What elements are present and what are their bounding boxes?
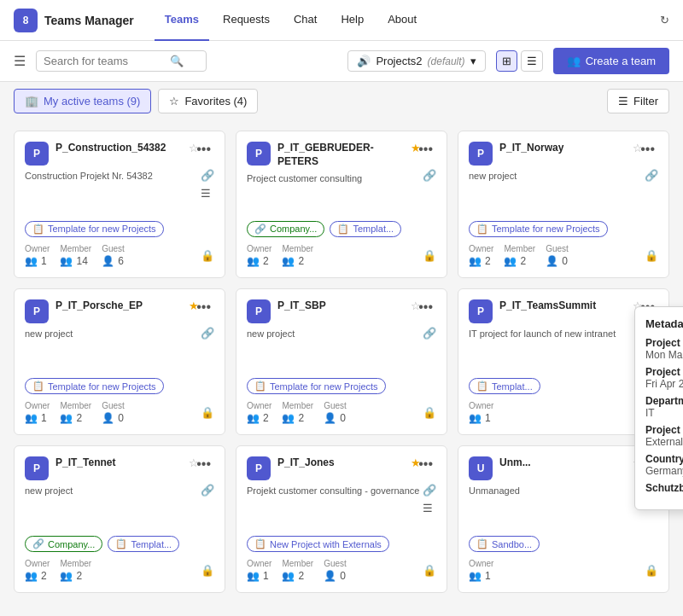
nav-help[interactable]: Help xyxy=(330,0,374,41)
favorite-star-icon[interactable]: ★ xyxy=(189,299,199,312)
favorite-star-icon[interactable]: ★ xyxy=(411,142,421,154)
owner-icon: 👥 xyxy=(469,570,482,582)
card-tag[interactable]: 📋 Templat... xyxy=(108,536,179,552)
guest-stat: Guest 👤6 xyxy=(102,244,125,267)
card-footer: Owner 👥1 Member 👥14 Guest 👤6 🔒 xyxy=(25,244,214,267)
tag-icon: 📋 xyxy=(254,381,266,392)
card-header: P P_IT_Jones ★ ••• xyxy=(247,456,436,480)
card-tag[interactable]: 📋 Template for new Projects xyxy=(25,221,164,237)
card-description: new project xyxy=(25,328,214,372)
card-description: Unmanaged xyxy=(469,485,658,529)
card-tags: 📋 Templat... xyxy=(469,378,658,394)
tag-icon: 📋 xyxy=(32,381,44,392)
create-team-button[interactable]: 👥 Create a team xyxy=(553,48,669,74)
member-icon: 👥 xyxy=(504,255,517,267)
member-stat: Member 👥2 xyxy=(282,559,313,582)
metadata-field: Department IT xyxy=(645,395,683,419)
card-icon: P xyxy=(469,299,493,323)
card-tags: 📋 Template for new Projects xyxy=(247,378,436,394)
member-stat: Member 👥14 xyxy=(60,244,91,267)
grid-view-button[interactable]: ⊞ xyxy=(496,50,517,72)
card-tag[interactable]: 📋 New Project with Externals xyxy=(247,536,389,552)
favorite-star-icon[interactable]: ☆ xyxy=(633,142,643,154)
card-tag[interactable]: 📋 Template for new Projects xyxy=(469,221,608,237)
nav-requests[interactable]: Requests xyxy=(213,0,280,41)
top-nav: 8 Teams Manager Teams Requests Chat Help… xyxy=(0,0,683,41)
share-icon[interactable]: 🔗 xyxy=(201,327,214,340)
favorites-tab[interactable]: ☆ Favorites (4) xyxy=(158,89,258,113)
member-stat: Member 👥2 xyxy=(60,559,91,582)
team-card-c6: P P_IT_TeamsSummit ☆ ••• IT project for … xyxy=(458,288,669,436)
nav-teams[interactable]: Teams xyxy=(155,0,209,41)
card-header: P P_IT_SBP ☆ ••• xyxy=(247,299,436,323)
lock-icon: 🔒 xyxy=(201,406,214,419)
owner-stat: Owner 👥2 xyxy=(25,559,50,582)
card-header: P P_IT_Norway ☆ ••• xyxy=(469,142,658,166)
favorite-star-icon[interactable]: ☆ xyxy=(411,299,421,312)
app-logo-icon: 8 xyxy=(14,9,38,32)
card-title: P_IT_GEBRUEDER-PETERS xyxy=(277,142,408,168)
filter-button[interactable]: ☰ Filter xyxy=(607,89,669,113)
share-icon[interactable]: 🔗 xyxy=(423,169,436,182)
lock-icon: 🔒 xyxy=(201,249,214,262)
card-title: P_Construction_54382 xyxy=(55,142,186,155)
refresh-icon[interactable]: ↻ xyxy=(660,14,669,26)
filter-icon: ☰ xyxy=(618,95,628,108)
card-description: new project xyxy=(469,171,658,214)
card-tag[interactable]: 📋 Sandbo... xyxy=(469,536,540,552)
list-icon[interactable]: ☰ xyxy=(201,187,214,200)
card-footer: Owner 👥1 🔒 xyxy=(469,401,658,424)
search-icon: 🔍 xyxy=(170,55,184,67)
lock-icon: 🔒 xyxy=(645,564,658,577)
share-icon[interactable]: 🔗 xyxy=(201,484,214,497)
card-tag[interactable]: 🔗 Company... xyxy=(25,536,102,552)
card-tag[interactable]: 📋 Templat... xyxy=(469,378,540,394)
card-icon: P xyxy=(25,456,49,480)
metadata-field: Schutzbedarf xyxy=(645,482,683,494)
tag-icon: 📋 xyxy=(337,224,349,235)
team-card-c1: P P_Construction_54382 ☆ ••• Constructio… xyxy=(14,131,225,278)
member-icon: 👥 xyxy=(282,570,295,582)
workspace-selector[interactable]: 🔊 Projects2 (default) ▾ xyxy=(347,50,485,72)
card-tags: 📋 New Project with Externals xyxy=(247,536,436,552)
share-icon[interactable]: 🔗 xyxy=(201,169,214,182)
favorite-star-icon[interactable]: ★ xyxy=(411,456,421,469)
card-tags: 📋 Template for new Projects xyxy=(25,221,214,237)
tag-icon: 📋 xyxy=(32,224,44,235)
favorite-star-icon[interactable]: ☆ xyxy=(189,142,199,154)
share-icon[interactable]: 🔗 xyxy=(423,484,436,497)
list-view-button[interactable]: ☰ xyxy=(521,50,543,72)
share-icon[interactable]: 🔗 xyxy=(645,169,658,182)
owner-icon: 👥 xyxy=(469,255,482,267)
tag-icon: 📋 xyxy=(476,381,488,392)
tag-icon: 📋 xyxy=(115,538,127,549)
search-input[interactable] xyxy=(44,55,163,67)
workspace-name: Projects2 xyxy=(376,55,422,67)
nav-chat[interactable]: Chat xyxy=(283,0,327,41)
tag-icon: 📋 xyxy=(254,538,266,549)
search-box: 🔍 xyxy=(36,50,207,72)
card-tag[interactable]: 📋 Template for new Projects xyxy=(247,378,386,394)
share-icon[interactable]: 🔗 xyxy=(423,327,436,340)
owner-stat: Owner 👥1 xyxy=(469,401,493,424)
nav-about[interactable]: About xyxy=(377,0,427,41)
card-description: new project xyxy=(25,485,214,529)
hamburger-menu-icon[interactable]: ☰ xyxy=(14,53,26,69)
speaker-icon: 🔊 xyxy=(357,55,371,67)
active-teams-tab[interactable]: 🏢 My active teams (9) xyxy=(14,89,151,113)
tag-icon: 🔗 xyxy=(32,538,44,549)
chevron-down-icon: ▾ xyxy=(470,55,476,67)
card-icon: P xyxy=(25,299,49,323)
member-stat: Member 👥2 xyxy=(282,244,313,267)
team-card-c8: P P_IT_Jones ★ ••• Projekt customer cons… xyxy=(236,445,447,593)
tag-icon: 🔗 xyxy=(254,224,266,235)
card-header: P P_IT_Tennet ☆ ••• xyxy=(25,456,214,480)
card-footer: Owner 👥2 Member 👥2 Guest 👤0 🔒 xyxy=(247,401,436,424)
card-tag[interactable]: 📋 Templat... xyxy=(330,221,401,237)
card-tag[interactable]: 🔗 Company... xyxy=(247,221,324,237)
card-tag[interactable]: 📋 Template for new Projects xyxy=(25,378,164,394)
list-icon[interactable]: ☰ xyxy=(423,502,436,514)
member-stat: Member 👥2 xyxy=(60,401,91,424)
favorite-star-icon[interactable]: ☆ xyxy=(189,456,199,469)
card-icon: P xyxy=(25,142,49,166)
